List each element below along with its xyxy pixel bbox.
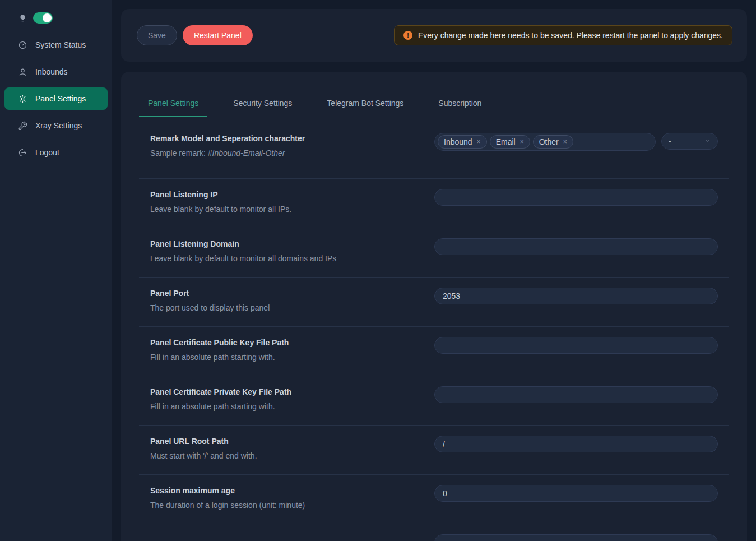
form-row-label: Panel Certificate Public Key File Path F… xyxy=(150,337,434,363)
tag-remove-icon[interactable]: × xyxy=(477,138,481,146)
form-row-title: Panel Certificate Public Key File Path xyxy=(150,337,418,348)
wrench-icon xyxy=(18,121,27,131)
form-row-subtitle: The port used to display this panel xyxy=(150,302,418,313)
form-row-subtitle: The duration of a login session (unit: m… xyxy=(150,500,418,511)
form-row-input-area xyxy=(434,485,718,502)
gear-icon xyxy=(18,94,27,104)
action-toolbar: Save Restart Panel ! Every change made h… xyxy=(121,9,747,62)
sidebar-item-label: Inbounds xyxy=(35,67,68,76)
warning-alert: ! Every change made here needs to be sav… xyxy=(394,25,732,45)
form-row-label: Panel Certificate Private Key File Path … xyxy=(150,386,434,412)
settings-form: Remark Model and Seperation charachter S… xyxy=(139,117,729,541)
theme-toggle-row xyxy=(4,12,108,24)
form-row-subtitle: Fill in an absolute path starting with. xyxy=(150,401,418,412)
form-row: Panel Listening IP Leave blank by defaul… xyxy=(139,179,729,228)
form-row-label: Panel Listening IP Leave blank by defaul… xyxy=(150,189,434,215)
form-row-input-area xyxy=(434,189,718,206)
tab-panel-settings[interactable]: Panel Settings xyxy=(139,86,207,117)
tag-remove-icon[interactable]: × xyxy=(563,138,567,146)
form-row-label: Panel Port The port used to display this… xyxy=(150,288,434,313)
logout-icon xyxy=(18,148,27,158)
settings-card: Panel Settings Security Settings Telegra… xyxy=(121,72,747,541)
form-row-label: Panel URL Root Path Must start with '/' … xyxy=(150,436,434,461)
sidebar-item-logout[interactable]: Logout xyxy=(4,141,108,164)
main-content: Save Restart Panel ! Every change made h… xyxy=(112,0,756,541)
sidebar-item-label: Xray Settings xyxy=(35,121,82,130)
panel-listening-domain-input[interactable] xyxy=(434,238,718,255)
session-maximum-age-input[interactable] xyxy=(434,485,718,502)
sidebar-item-label: Logout xyxy=(35,148,59,157)
panel-certificate-private-key-file-path-input[interactable] xyxy=(434,386,718,403)
form-row-input-area xyxy=(434,534,718,541)
tab-telegram-bot-settings[interactable]: Telegram Bot Settings xyxy=(318,86,412,117)
panel-certificate-public-key-file-path-input[interactable] xyxy=(434,337,718,354)
form-row-input-area xyxy=(434,436,718,452)
sidebar-item-system-status[interactable]: System Status xyxy=(4,34,108,56)
form-row-title: Panel URL Root Path xyxy=(150,436,418,447)
form-row-input-area xyxy=(434,386,718,403)
form-row-title: Panel Listening Domain xyxy=(150,238,418,249)
form-row-input-area xyxy=(434,238,718,255)
tag-inbound: Inbound× xyxy=(438,135,487,149)
form-row-subtitle: Leave blank by default to monitor all IP… xyxy=(150,204,418,215)
form-row-label: Panel Listening Domain Leave blank by de… xyxy=(150,238,434,264)
form-row: Panel Port The port used to display this… xyxy=(139,278,729,327)
form-row-input-area xyxy=(434,288,718,304)
form-row: Session maximum age The duration of a lo… xyxy=(139,475,729,524)
tab-security-settings[interactable]: Security Settings xyxy=(224,86,301,117)
tag-remove-icon[interactable]: × xyxy=(520,138,524,146)
tag-email: Email× xyxy=(490,135,530,149)
lightbulb-icon xyxy=(18,13,27,23)
sidebar: System Status Inbounds Panel Settings Xr… xyxy=(0,0,112,541)
separator-select[interactable]: - xyxy=(661,133,718,150)
sidebar-item-inbounds[interactable]: Inbounds xyxy=(4,61,108,83)
form-row-title: Panel Listening IP xyxy=(150,189,418,200)
text-input[interactable] xyxy=(434,534,718,541)
dashboard-icon xyxy=(18,40,27,50)
form-row: Panel Certificate Private Key File Path … xyxy=(139,376,729,426)
form-row-subtitle: Must start with '/' and end with. xyxy=(150,450,418,461)
form-row-subtitle: Leave blank by default to monitor all do… xyxy=(150,253,418,264)
toolbar-buttons: Save Restart Panel xyxy=(137,25,253,45)
save-button[interactable]: Save xyxy=(137,25,177,45)
sidebar-nav: System Status Inbounds Panel Settings Xr… xyxy=(4,34,108,164)
restart-panel-button[interactable]: Restart Panel xyxy=(183,25,253,45)
form-row-label: Remark Model and Seperation charachter S… xyxy=(150,133,434,159)
form-row-label: Session maximum age The duration of a lo… xyxy=(150,485,434,511)
settings-tabs: Panel Settings Security Settings Telegra… xyxy=(139,86,729,117)
form-row: Panel Certificate Public Key File Path F… xyxy=(139,327,729,376)
form-row-subtitle: Sample remark: #Inbound-Email-Other xyxy=(150,147,418,159)
form-row: Panel Listening Domain Leave blank by de… xyxy=(139,228,729,278)
form-row-label xyxy=(150,534,434,538)
tab-subscription[interactable]: Subscription xyxy=(429,86,490,117)
form-row-title: Panel Certificate Private Key File Path xyxy=(150,386,418,397)
form-row-title: Remark Model and Seperation charachter xyxy=(150,133,418,144)
form-row xyxy=(139,524,729,541)
form-row-title: Session maximum age xyxy=(150,485,418,496)
panel-listening-ip-input[interactable] xyxy=(434,189,718,206)
dark-mode-toggle[interactable] xyxy=(33,12,53,24)
warning-alert-text: Every change made here needs to be saved… xyxy=(418,31,723,40)
form-row: Panel URL Root Path Must start with '/' … xyxy=(139,426,729,475)
sidebar-item-label: System Status xyxy=(35,40,86,49)
user-icon xyxy=(18,67,27,77)
sample-remark-value: #Inbound-Email-Other xyxy=(208,149,285,158)
separator-select-value: - xyxy=(669,137,671,146)
warning-icon: ! xyxy=(403,31,412,40)
form-row-input-area xyxy=(434,337,718,354)
sidebar-item-xray-settings[interactable]: Xray Settings xyxy=(4,114,108,137)
form-row-title: Panel Port xyxy=(150,288,418,299)
sidebar-item-panel-settings[interactable]: Panel Settings xyxy=(4,87,108,110)
chevron-down-icon xyxy=(704,137,711,146)
toggle-knob xyxy=(43,13,52,22)
panel-url-root-path-input[interactable] xyxy=(434,436,718,452)
sidebar-item-label: Panel Settings xyxy=(35,94,86,103)
form-row: Remark Model and Seperation charachter S… xyxy=(139,117,729,179)
form-row-input-area: Inbound×Email×Other×- xyxy=(434,133,718,151)
tag-other: Other× xyxy=(533,135,573,149)
panel-port-input[interactable] xyxy=(434,288,718,304)
form-row-subtitle: Fill in an absolute path starting with. xyxy=(150,352,418,363)
remark-model-tag-input[interactable]: Inbound×Email×Other× xyxy=(434,133,656,151)
